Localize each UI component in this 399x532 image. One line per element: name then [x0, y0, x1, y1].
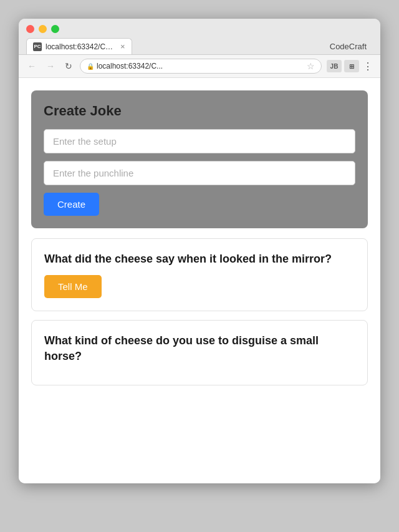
tab-favicon: PC — [33, 42, 42, 51]
punchline-input[interactable] — [44, 161, 355, 185]
jb-icon[interactable]: JB — [327, 60, 342, 72]
page-content: Create Joke Create What did the cheese s… — [19, 78, 380, 483]
joke-setup-2: What kind of cheese do you use to disgui… — [44, 333, 355, 364]
reload-button[interactable]: ↻ — [62, 60, 75, 72]
tab-title: localhost:63342/Code/4.c... — [46, 42, 114, 51]
browser-tab[interactable]: PC localhost:63342/Code/4.c... × — [26, 38, 132, 54]
minimize-button[interactable] — [39, 25, 47, 33]
setup-input[interactable] — [44, 129, 355, 153]
tell-me-button-1[interactable]: Tell Me — [44, 275, 102, 298]
title-bar: PC localhost:63342/Code/4.c... × CodeCra… — [19, 19, 380, 55]
create-joke-card: Create Joke Create — [31, 90, 368, 228]
browser-window: PC localhost:63342/Code/4.c... × CodeCra… — [19, 19, 380, 483]
lock-icon: 🔒 — [87, 63, 94, 70]
tab-close-icon[interactable]: × — [120, 42, 125, 51]
forward-button[interactable]: → — [44, 60, 57, 72]
address-field[interactable]: 🔒 localhost:63342/C... ☆ — [80, 59, 322, 74]
more-options-icon[interactable]: ⋮ — [362, 59, 374, 74]
tabs-row: PC localhost:63342/Code/4.c... × CodeCra… — [26, 38, 373, 54]
bookmark-icon[interactable]: ☆ — [307, 61, 315, 71]
address-bar: ← → ↻ 🔒 localhost:63342/C... ☆ JB ⊞ ⋮ — [19, 55, 380, 78]
close-button[interactable] — [26, 25, 34, 33]
maximize-button[interactable] — [51, 25, 59, 33]
address-text: localhost:63342/C... — [97, 62, 163, 70]
codecraft-label: CodeCraft — [324, 39, 373, 54]
create-button[interactable]: Create — [44, 193, 99, 216]
joke-card-2: What kind of cheese do you use to disgui… — [31, 320, 368, 385]
extension-icon[interactable]: ⊞ — [344, 60, 359, 72]
back-button[interactable]: ← — [25, 60, 39, 72]
traffic-lights — [26, 25, 373, 33]
joke-setup-1: What did the cheese say when it looked i… — [44, 251, 355, 266]
create-joke-title: Create Joke — [44, 103, 355, 119]
toolbar-icons: JB ⊞ ⋮ — [327, 59, 374, 74]
joke-card-1: What did the cheese say when it looked i… — [31, 238, 368, 311]
